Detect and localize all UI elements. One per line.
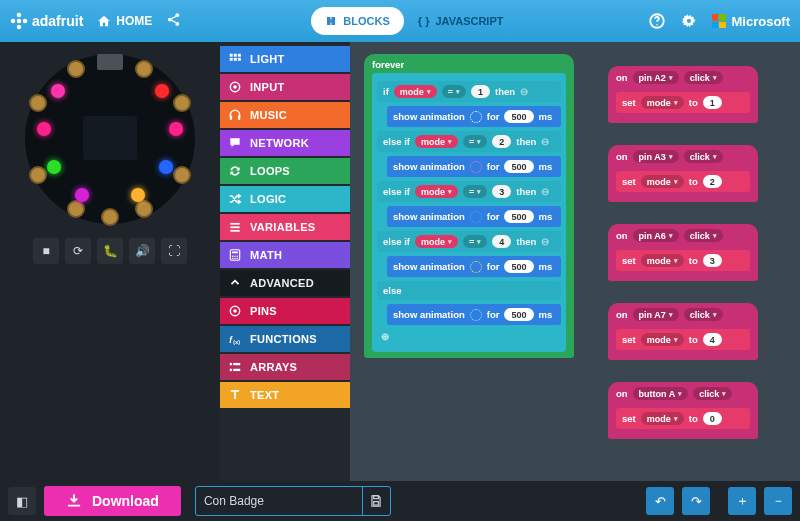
value-input[interactable]: 3 (703, 254, 722, 267)
action-dropdown[interactable]: click ▾ (693, 387, 732, 400)
category-loops[interactable]: LOOPS (220, 158, 350, 184)
if-row[interactable]: else ifmode ▾= ▾2then⊖ (377, 131, 561, 152)
category-text[interactable]: TEXT (220, 382, 350, 408)
set-variable-block[interactable]: set mode ▾ to 0 (616, 408, 750, 429)
show-animation-block[interactable]: show animation for 500 ms (387, 156, 561, 177)
category-network[interactable]: NETWORK (220, 130, 350, 156)
animation-icon[interactable] (470, 161, 482, 173)
redo-button[interactable]: ↷ (682, 487, 710, 515)
download-button[interactable]: Download (44, 486, 181, 516)
help-icon[interactable] (648, 12, 666, 30)
home-button[interactable]: HOME (97, 14, 152, 28)
if-row[interactable]: else ifmode ▾= ▾3then⊖ (377, 181, 561, 202)
forever-block[interactable]: forever ifmode ▾= ▾1then⊖ show animation… (364, 54, 574, 358)
pin-dropdown[interactable]: button A ▾ (633, 387, 689, 400)
animation-icon[interactable] (470, 261, 482, 273)
value-input[interactable]: 3 (492, 185, 511, 198)
category-advanced[interactable]: ADVANCED (220, 270, 350, 296)
tab-javascript[interactable]: { } JAVASCRIPT (404, 7, 518, 35)
project-name-input[interactable] (196, 494, 362, 508)
microsoft-logo[interactable]: Microsoft (712, 14, 791, 29)
action-dropdown[interactable]: click ▾ (684, 71, 723, 84)
set-variable-block[interactable]: set mode ▾ to 3 (616, 250, 750, 271)
on-event-block[interactable]: on button A ▾ click ▾ set mode ▾ to 0 (608, 382, 758, 439)
pin-dropdown[interactable]: pin A3 ▾ (633, 150, 679, 163)
value-input[interactable]: 1 (471, 85, 490, 98)
var-dropdown[interactable]: mode ▾ (641, 412, 684, 425)
tab-blocks[interactable]: BLOCKS (311, 7, 403, 35)
animation-icon[interactable] (470, 211, 482, 223)
minus-icon[interactable]: ⊖ (520, 86, 528, 97)
minus-icon[interactable]: ⊖ (541, 186, 549, 197)
pin-dropdown[interactable]: pin A7 ▾ (633, 308, 679, 321)
ms-input[interactable]: 500 (504, 110, 533, 123)
category-math[interactable]: MATH (220, 242, 350, 268)
value-input[interactable]: 2 (492, 135, 511, 148)
action-dropdown[interactable]: click ▾ (684, 308, 723, 321)
pin-dropdown[interactable]: pin A6 ▾ (633, 229, 679, 242)
action-dropdown[interactable]: click ▾ (684, 229, 723, 242)
var-dropdown[interactable]: mode ▾ (641, 96, 684, 109)
var-dropdown[interactable]: mode ▾ (641, 254, 684, 267)
ms-input[interactable]: 500 (504, 308, 533, 321)
value-input[interactable]: 0 (703, 412, 722, 425)
category-functions[interactable]: f(x)FUNCTIONS (220, 326, 350, 352)
if-row[interactable]: else ifmode ▾= ▾4then⊖ (377, 231, 561, 252)
category-light[interactable]: LIGHT (220, 46, 350, 72)
var-dropdown[interactable]: mode ▾ (641, 175, 684, 188)
value-input[interactable]: 4 (492, 235, 511, 248)
ms-input[interactable]: 500 (504, 160, 533, 173)
category-pins[interactable]: PINS (220, 298, 350, 324)
var-dropdown[interactable]: mode ▾ (415, 135, 458, 148)
category-music[interactable]: MUSIC (220, 102, 350, 128)
restart-button[interactable]: ⟳ (65, 238, 91, 264)
value-input[interactable]: 4 (703, 333, 722, 346)
pin-dropdown[interactable]: pin A2 ▾ (633, 71, 679, 84)
var-dropdown[interactable]: mode ▾ (415, 235, 458, 248)
op-dropdown[interactable]: = ▾ (442, 85, 466, 98)
blocks-canvas[interactable]: forever ifmode ▾= ▾1then⊖ show animation… (350, 42, 800, 481)
set-variable-block[interactable]: set mode ▾ to 1 (616, 92, 750, 113)
mute-button[interactable]: 🔊 (129, 238, 155, 264)
var-dropdown[interactable]: mode ▾ (415, 185, 458, 198)
zoom-out-button[interactable]: － (764, 487, 792, 515)
on-event-block[interactable]: on pin A7 ▾ click ▾ set mode ▾ to 4 (608, 303, 758, 360)
show-animation-block[interactable]: show animation for 500 ms (387, 106, 561, 127)
category-logic[interactable]: LOGIC (220, 186, 350, 212)
share-button[interactable] (166, 12, 181, 31)
action-dropdown[interactable]: click ▾ (684, 150, 723, 163)
ms-input[interactable]: 500 (504, 260, 533, 273)
stop-button[interactable]: ■ (33, 238, 59, 264)
ms-input[interactable]: 500 (504, 210, 533, 223)
zoom-in-button[interactable]: ＋ (728, 487, 756, 515)
debug-button[interactable]: 🐛 (97, 238, 123, 264)
show-animation-block[interactable]: show animation for 500 ms (387, 304, 561, 325)
category-input[interactable]: INPUT (220, 74, 350, 100)
brand-logo[interactable]: adafruit (10, 12, 83, 30)
op-dropdown[interactable]: = ▾ (463, 235, 487, 248)
op-dropdown[interactable]: = ▾ (463, 135, 487, 148)
save-project-button[interactable] (362, 487, 390, 515)
show-animation-block[interactable]: show animation for 500 ms (387, 256, 561, 277)
undo-button[interactable]: ↶ (646, 487, 674, 515)
on-event-block[interactable]: on pin A6 ▾ click ▾ set mode ▾ to 3 (608, 224, 758, 281)
on-event-block[interactable]: on pin A2 ▾ click ▾ set mode ▾ to 1 (608, 66, 758, 123)
category-arrays[interactable]: ARRAYS (220, 354, 350, 380)
minus-icon[interactable]: ⊖ (541, 236, 549, 247)
value-input[interactable]: 1 (703, 96, 722, 109)
circuit-board[interactable] (25, 54, 195, 224)
var-dropdown[interactable]: mode ▾ (641, 333, 684, 346)
minus-icon[interactable]: ⊖ (541, 136, 549, 147)
plus-icon[interactable]: ⊕ (377, 329, 561, 344)
animation-icon[interactable] (470, 309, 482, 321)
op-dropdown[interactable]: = ▾ (463, 185, 487, 198)
value-input[interactable]: 2 (703, 175, 722, 188)
on-event-block[interactable]: on pin A3 ▾ click ▾ set mode ▾ to 2 (608, 145, 758, 202)
set-variable-block[interactable]: set mode ▾ to 4 (616, 329, 750, 350)
var-dropdown[interactable]: mode ▾ (394, 85, 437, 98)
animation-icon[interactable] (470, 111, 482, 123)
show-animation-block[interactable]: show animation for 500 ms (387, 206, 561, 227)
gear-icon[interactable] (680, 12, 698, 30)
if-row[interactable]: ifmode ▾= ▾1then⊖ (377, 81, 561, 102)
category-variables[interactable]: VARIABLES (220, 214, 350, 240)
